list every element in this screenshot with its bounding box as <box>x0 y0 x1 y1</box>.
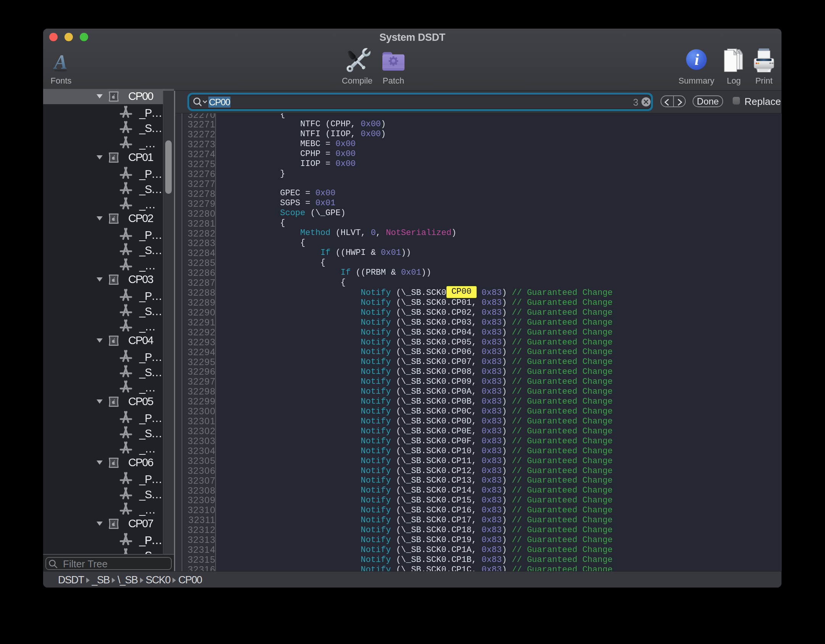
svg-text:A: A <box>53 52 67 72</box>
svg-text:i: i <box>694 51 699 68</box>
